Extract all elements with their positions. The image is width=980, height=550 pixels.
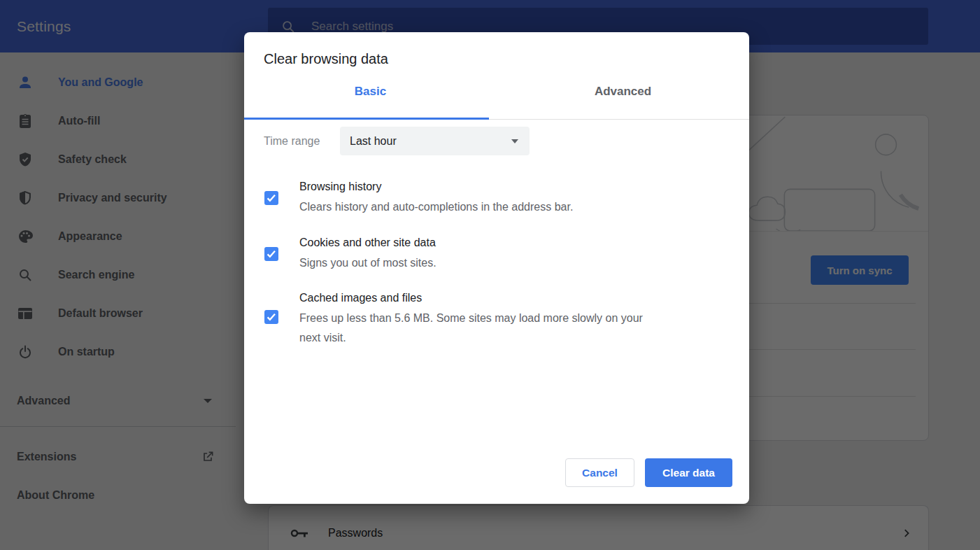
cached-images-row: Cached images and files Frees up less th… [264, 290, 730, 348]
checkbox-description: Clears history and auto-completions in t… [299, 197, 658, 217]
time-range-select[interactable]: Last hour [340, 127, 530, 155]
dialog-buttons: Cancel Clear data [565, 458, 732, 487]
chrome-settings-page: Settings You and Google Auto-fill Safe [0, 0, 980, 550]
checkbox-description: Frees up less than 5.6 MB. Some sites ma… [299, 309, 658, 348]
checkbox-title: Browsing history [299, 178, 730, 195]
dropdown-caret-icon [511, 139, 518, 143]
cookies-row: Cookies and other site data Signs you ou… [264, 234, 730, 273]
time-range-label: Time range [264, 135, 340, 148]
cancel-button[interactable]: Cancel [565, 458, 634, 487]
tab-advanced[interactable]: Advanced [497, 77, 749, 119]
checkbox-title: Cookies and other site data [299, 234, 730, 251]
time-range-value: Last hour [350, 135, 511, 148]
tab-advanced-label: Advanced [595, 85, 651, 119]
dialog-tabs: Basic Advanced [244, 77, 749, 120]
clear-browsing-data-dialog: Clear browsing data Basic Advanced Time … [244, 32, 749, 504]
browsing-history-row: Browsing history Clears history and auto… [264, 178, 730, 217]
cached-images-checkbox[interactable] [264, 310, 278, 324]
time-range-row: Time range Last hour [264, 127, 530, 155]
checkbox-title: Cached images and files [299, 290, 730, 306]
clear-data-button[interactable]: Clear data [645, 458, 732, 487]
dialog-title: Clear browsing data [264, 49, 388, 69]
checkbox-description: Signs you out of most sites. [299, 253, 658, 273]
tab-basic-label: Basic [355, 85, 386, 119]
cookies-checkbox[interactable] [264, 247, 278, 261]
tab-basic[interactable]: Basic [244, 77, 497, 119]
browsing-history-checkbox[interactable] [264, 191, 278, 205]
